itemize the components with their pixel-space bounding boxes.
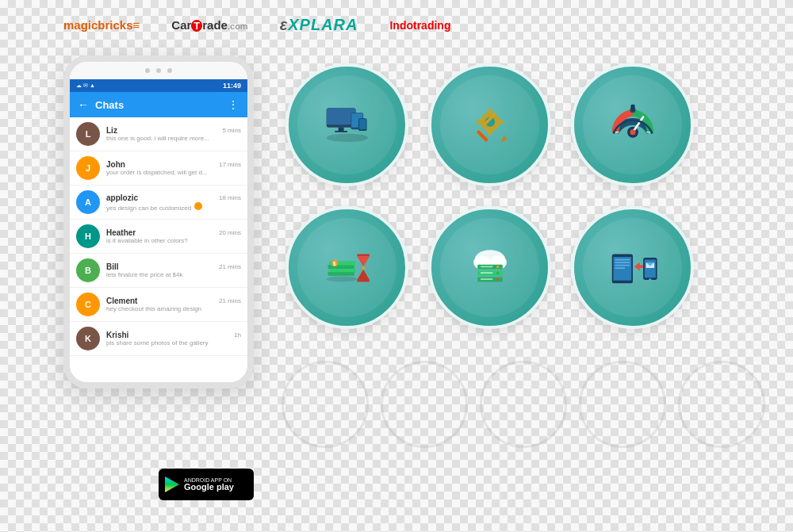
svg-rect-3 <box>335 131 347 132</box>
chat-list: LLiz5 minsthis one is good, i will requi… <box>70 117 247 356</box>
chat-message: yes design can be customized <box>106 202 209 212</box>
logo-magicbricks: magicbricks≡ <box>63 18 140 32</box>
chat-time: 21 mins <box>219 263 241 270</box>
chat-item[interactable]: JJohn17 minsyour order is dispatched, wi… <box>70 151 247 186</box>
svg-rect-57 <box>644 259 655 277</box>
svg-rect-15 <box>476 129 488 141</box>
svg-rect-14 <box>497 120 503 124</box>
tools-icon <box>462 98 518 153</box>
chat-message: lets finalize the price at $4k <box>106 271 209 278</box>
notch-dot-3 <box>167 68 172 73</box>
chat-badge <box>194 202 202 210</box>
chat-message: pls share some photos of the gallery <box>106 339 209 346</box>
chat-avatar: J <box>76 156 100 180</box>
chat-name: Krishi <box>106 331 128 339</box>
chat-message: your order is dispatched, will get d... <box>106 169 209 176</box>
chat-name: John <box>106 160 125 169</box>
chat-item[interactable]: HHeather20 minsis it available in other … <box>70 220 247 254</box>
svg-rect-11 <box>488 109 492 114</box>
chat-item[interactable]: LLiz5 minsthis one is good, i will requi… <box>70 117 247 151</box>
svg-rect-48 <box>480 278 492 280</box>
svg-point-20 <box>630 129 635 135</box>
svg-rect-7 <box>358 119 366 129</box>
chat-name: Heather <box>106 228 136 237</box>
speedometer-icon <box>605 98 661 153</box>
status-bar: ☁ ✉ ▲ 11:49 <box>70 79 247 92</box>
chat-time: 20 mins <box>219 229 241 236</box>
svg-rect-47 <box>480 272 492 274</box>
svg-marker-33 <box>357 269 370 279</box>
chat-item[interactable]: CClement21 minshey checkout this amazing… <box>70 288 247 322</box>
feature-speedometer <box>571 63 694 186</box>
back-button[interactable]: ← <box>78 98 89 111</box>
chat-time: 18 mins <box>219 194 241 201</box>
chat-time: 1h <box>234 331 241 339</box>
chat-avatar: C <box>76 293 100 316</box>
mobile-icon <box>605 240 661 296</box>
play-icon <box>165 477 179 492</box>
chat-header: ← Chats ⋮ <box>70 92 247 117</box>
chat-item[interactable]: Aapplozic18 minsyes design can be custom… <box>70 186 247 220</box>
svg-marker-17 <box>500 136 508 143</box>
svg-rect-24 <box>630 104 634 111</box>
svg-rect-13 <box>477 120 482 124</box>
feature-cloud <box>428 206 551 329</box>
svg-point-44 <box>496 271 499 274</box>
phone-notch <box>70 62 247 79</box>
chat-time: 21 mins <box>219 297 241 304</box>
svg-rect-51 <box>615 258 630 260</box>
feature-tools <box>428 63 551 186</box>
chat-avatar: K <box>76 327 100 350</box>
svg-rect-12 <box>488 129 492 135</box>
svg-point-60 <box>649 278 652 281</box>
chat-name: Liz <box>106 126 117 135</box>
chat-name: applozic <box>106 193 138 202</box>
google-play-badge[interactable]: ANDROID APP ON Google play <box>159 469 254 500</box>
svg-point-36 <box>326 276 357 281</box>
google-play-text: ANDROID APP ON Google play <box>184 477 234 492</box>
money-icon: $ <box>320 240 375 296</box>
chat-time: 5 mins <box>222 127 241 134</box>
cloud-icon <box>462 240 518 296</box>
logo-cartrade: CarTrade.com <box>171 18 247 32</box>
svg-rect-35 <box>362 266 365 270</box>
feature-devices <box>285 63 408 186</box>
chat-name: Clement <box>106 297 137 305</box>
chat-avatar: A <box>76 190 100 214</box>
chat-time: 17 mins <box>219 161 241 168</box>
chat-avatar: H <box>76 224 100 248</box>
chat-name: Bill <box>106 262 119 271</box>
faded-circles <box>282 361 765 448</box>
chat-item[interactable]: BBill21 minslets finalize the price at $… <box>70 254 247 288</box>
svg-rect-52 <box>615 262 630 263</box>
phone-screen: ☁ ✉ ▲ 11:49 ← Chats ⋮ LLiz5 minsthis one… <box>70 79 247 382</box>
logo-explara: εXPLARA <box>280 16 358 34</box>
chat-header-title: Chats <box>95 99 221 111</box>
logo-indotrading: Indotrading <box>389 19 450 32</box>
phone-mockup: ☁ ✉ ▲ 11:49 ← Chats ⋮ LLiz5 minsthis one… <box>63 55 254 388</box>
svg-rect-31 <box>357 254 370 256</box>
notch-dot-2 <box>156 68 161 73</box>
svg-rect-46 <box>480 266 492 267</box>
svg-marker-32 <box>357 256 370 266</box>
chat-avatar: B <box>76 258 100 282</box>
chat-message: hey checkout this amazing design <box>106 305 209 312</box>
svg-rect-53 <box>615 264 630 266</box>
svg-rect-54 <box>615 267 625 269</box>
phone-container: ☁ ✉ ▲ 11:49 ← Chats ⋮ LLiz5 minsthis one… <box>63 55 254 388</box>
svg-text:$: $ <box>332 260 335 266</box>
svg-point-8 <box>326 133 368 142</box>
svg-rect-2 <box>338 127 343 130</box>
menu-button[interactable]: ⋮ <box>228 98 239 111</box>
chat-item[interactable]: KKrishi1hpls share some photos of the ga… <box>70 322 247 356</box>
notch-dot-1 <box>145 68 150 73</box>
feature-money: $ <box>285 206 408 329</box>
chat-message: is it available in other colors? <box>106 237 209 244</box>
svg-marker-61 <box>165 477 179 492</box>
chat-avatar: L <box>76 122 100 146</box>
feature-mobile <box>571 206 694 329</box>
feature-icons-grid: $ <box>285 63 698 333</box>
logos-bar: magicbricks≡ CarTrade.com εXPLARA Indotr… <box>63 16 730 34</box>
svg-rect-34 <box>357 279 370 281</box>
svg-point-45 <box>496 277 499 281</box>
